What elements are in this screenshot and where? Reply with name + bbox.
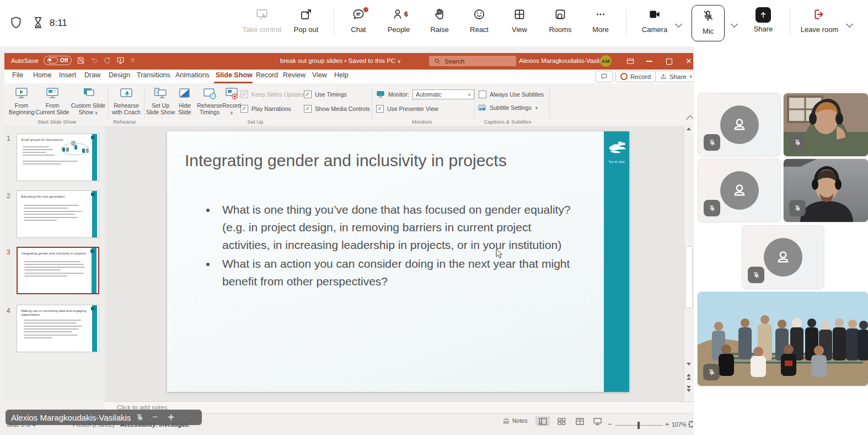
reading-view-button[interactable] xyxy=(572,416,587,426)
rehearse-with-coach-button[interactable]: Rehearse with Coach xyxy=(110,87,142,115)
account-name[interactable]: Alexios Maragkoudakis-Vasilakis xyxy=(519,57,611,64)
slide-canvas[interactable]: Integrating gender and inclusivity in pr… xyxy=(167,131,629,392)
slide-bullet-1: What is one thing you’ve done that has f… xyxy=(217,201,581,254)
ribbon-display-options-button[interactable] xyxy=(621,53,640,70)
vertical-scrollbar[interactable] xyxy=(684,126,694,401)
mic-options-chevron[interactable] xyxy=(732,19,737,29)
search-box[interactable]: Search xyxy=(429,56,516,66)
tab-insert[interactable]: Insert xyxy=(59,71,76,79)
hide-slide-button[interactable]: Hide Slide xyxy=(174,87,195,115)
group-monitors: Monitors xyxy=(400,119,444,125)
participant-tile-6-group-video[interactable] xyxy=(697,291,868,386)
pop-out-icon xyxy=(299,7,313,22)
participant-tile-2-video[interactable] xyxy=(783,93,868,157)
overlay-expand-button[interactable]: + xyxy=(168,411,174,424)
more-button[interactable]: More xyxy=(586,7,615,39)
zoom-in-button[interactable]: + xyxy=(665,420,669,428)
next-slide-button[interactable] xyxy=(684,385,693,392)
thumbnail-slide-2[interactable]: Educating the next generation xyxy=(17,190,99,238)
participant-tile-4-video[interactable] xyxy=(783,158,868,222)
comments-button[interactable] xyxy=(596,71,613,82)
set-up-slide-show-button[interactable]: Set Up Slide Show xyxy=(146,87,175,115)
restore-button[interactable] xyxy=(660,53,678,70)
record-button[interactable]: Record xyxy=(615,71,656,82)
from-current-slide-button[interactable]: From Current Slide xyxy=(35,87,69,115)
scrollbar-thumb[interactable] xyxy=(685,246,693,308)
view-button[interactable]: View xyxy=(505,7,534,39)
subtitle-settings-button[interactable]: Subtitle Settings∨ xyxy=(478,104,538,112)
overlay-shrink-button[interactable]: − xyxy=(152,412,158,423)
view-icon xyxy=(512,7,527,22)
monitor-dropdown[interactable]: Automatic∨ xyxy=(412,89,474,99)
rooms-label: Rooms xyxy=(544,25,577,34)
previous-slide-button[interactable] xyxy=(684,373,693,380)
tab-slide-show[interactable]: Slide Show xyxy=(216,71,253,79)
camera-button[interactable]: Camera xyxy=(637,7,672,39)
ppt-share-button[interactable]: Share∨ xyxy=(655,71,698,82)
raise-button[interactable]: Raise xyxy=(425,7,454,39)
minimize-button[interactable] xyxy=(640,53,658,70)
show-media-controls-checkbox[interactable]: ✓Show Media Controls xyxy=(304,105,370,113)
redo-icon[interactable] xyxy=(103,56,111,65)
use-timings-checkbox[interactable]: ✓Use Timings xyxy=(304,91,347,98)
presenter-name: Alexios Maragkoudakis-Vasilakis xyxy=(11,413,131,422)
undo-icon[interactable] xyxy=(90,56,98,65)
play-narrations-checkbox[interactable]: ✓Play Narrations xyxy=(240,105,291,113)
zoom-level[interactable]: 107% xyxy=(672,421,687,428)
camera-options-chevron[interactable] xyxy=(676,19,681,29)
slideshow-icon[interactable] xyxy=(116,56,125,65)
tab-help[interactable]: Help xyxy=(334,71,349,79)
rehearse-timings-button[interactable]: Rehearse Timings xyxy=(196,87,223,115)
slide-title[interactable]: Integrating gender and inclusivity in pr… xyxy=(185,151,591,170)
qat-customize-chevron[interactable] xyxy=(130,57,136,63)
tab-file[interactable]: File xyxy=(12,71,23,79)
people-button[interactable]: 6 People xyxy=(382,7,415,39)
autosave-toggle[interactable]: Off xyxy=(44,56,72,65)
react-button[interactable]: React xyxy=(464,7,495,39)
custom-slide-show-button[interactable]: Custom Slide Show ∨ xyxy=(71,87,106,116)
thumb-4-number: 4 xyxy=(7,307,10,315)
tab-review[interactable]: Review xyxy=(283,71,306,79)
participant-tile-3[interactable] xyxy=(698,158,781,222)
use-presenter-view-checkbox[interactable]: ✓Use Presenter View xyxy=(376,105,438,113)
mic-button[interactable]: Mic xyxy=(692,5,725,41)
tab-animations[interactable]: Animations xyxy=(175,71,210,79)
chat-button[interactable]: Chat xyxy=(343,7,374,39)
autosave-label: AutoSave xyxy=(11,57,39,64)
tab-transitions[interactable]: Transitions xyxy=(137,71,170,79)
zoom-slider-thumb[interactable] xyxy=(637,422,640,429)
from-beginning-button[interactable]: From Beginning xyxy=(9,87,34,115)
mouse-cursor xyxy=(495,248,504,259)
tab-home[interactable]: Home xyxy=(33,71,51,79)
keep-slides-updated-checkbox[interactable]: ✓Keep Slides Updated xyxy=(240,91,306,98)
slide-sorter-view-button[interactable] xyxy=(554,416,569,426)
avatar[interactable]: AM xyxy=(600,55,612,67)
scroll-down-arrow[interactable] xyxy=(684,362,693,366)
leave-room-button[interactable]: Leave room xyxy=(796,7,843,39)
document-title[interactable]: break out group slides • Saved to this P… xyxy=(280,57,401,64)
thumbnail-slide-4[interactable]: Making use of monitoring data and engagi… xyxy=(17,305,99,352)
always-use-subtitles-checkbox[interactable]: Always Use Subtitles xyxy=(479,91,544,98)
participant-tile-1[interactable] xyxy=(698,93,781,157)
scroll-up-arrow[interactable] xyxy=(684,127,693,131)
leave-options-chevron[interactable] xyxy=(847,19,852,29)
thumbnail-slide-1[interactable]: Small groups for discussions xyxy=(17,134,99,181)
tab-record[interactable]: Record xyxy=(256,71,278,79)
save-icon[interactable] xyxy=(77,56,85,65)
participant-tile-5[interactable] xyxy=(742,225,824,289)
monitor-icon xyxy=(376,91,385,98)
ribbon-record-button[interactable]: Record ∨ xyxy=(222,87,242,116)
thumbnail-slide-3[interactable]: Integrating gender and inclusivity in pr… xyxy=(17,247,99,294)
zoom-out-button[interactable]: − xyxy=(608,420,612,428)
take-control-button[interactable]: Take control xyxy=(238,7,286,39)
tab-design[interactable]: Design xyxy=(109,71,130,79)
normal-view-button[interactable] xyxy=(535,416,550,426)
rooms-button[interactable]: Rooms xyxy=(544,7,577,39)
notes-toggle-button[interactable]: Notes xyxy=(502,417,527,424)
share-button[interactable]: Share xyxy=(748,7,779,39)
tab-view[interactable]: View xyxy=(312,71,327,79)
slide-show-view-button[interactable] xyxy=(590,416,604,426)
slide-body[interactable]: What is one thing you’ve done that has f… xyxy=(195,201,581,291)
pop-out-button[interactable]: Pop out xyxy=(290,7,323,39)
tab-draw[interactable]: Draw xyxy=(84,71,100,79)
